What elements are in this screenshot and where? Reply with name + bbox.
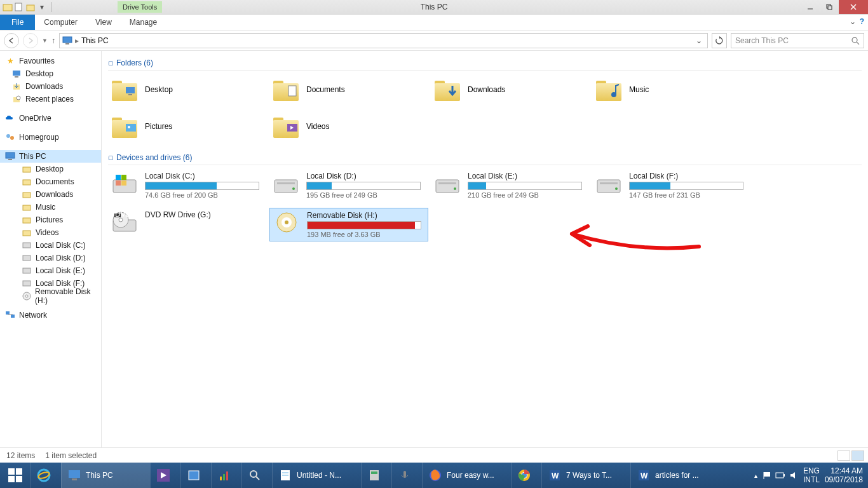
- drive-icon: [595, 172, 623, 194]
- drive-item[interactable]: Removable Disk (H:)193 MB free of 3.63 G…: [269, 208, 428, 241]
- maximize-button[interactable]: [820, 0, 839, 14]
- folder-item[interactable]: Videos: [269, 111, 428, 142]
- task-icon: [428, 468, 443, 483]
- lang-2[interactable]: INTL: [803, 475, 820, 484]
- ribbon-expand-icon[interactable]: ⌄: [850, 17, 856, 26]
- sidebar-item[interactable]: Videos: [0, 226, 101, 239]
- folder-icon: [595, 77, 623, 102]
- breadcrumb-dropdown-icon[interactable]: ⌄: [693, 36, 705, 45]
- svg-rect-27: [23, 243, 31, 248]
- sidebar-item-recent[interactable]: Recent places: [0, 93, 101, 105]
- taskbar-item[interactable]: [150, 463, 180, 488]
- properties-icon[interactable]: [14, 2, 24, 12]
- item-icon: [22, 177, 32, 187]
- svg-rect-13: [15, 76, 18, 78]
- svg-rect-96: [371, 471, 377, 474]
- view-details-button[interactable]: [837, 451, 850, 461]
- taskbar-item[interactable]: [511, 463, 541, 488]
- sidebar-item[interactable]: Documents: [0, 175, 101, 188]
- sidebar-item[interactable]: Local Disk (C:): [0, 239, 101, 252]
- forward-button[interactable]: [23, 33, 38, 48]
- drive-item[interactable]: Local Disk (F:)147 GB free of 231 GB: [592, 169, 751, 201]
- ribbon-tab-file[interactable]: File: [0, 15, 35, 30]
- new-folder-icon[interactable]: [25, 2, 36, 12]
- svg-rect-109: [783, 474, 785, 477]
- taskbar-item[interactable]: Warticles for ...: [630, 463, 719, 488]
- svg-rect-25: [23, 218, 31, 223]
- lang-1[interactable]: ENG: [803, 466, 820, 475]
- folder-item[interactable]: Music: [592, 74, 751, 105]
- sidebar-item[interactable]: Local Disk (D:): [0, 252, 101, 264]
- svg-rect-108: [776, 473, 783, 478]
- taskbar-item[interactable]: This PC: [61, 463, 150, 488]
- minimize-button[interactable]: [801, 0, 820, 14]
- search-box[interactable]: [731, 33, 864, 48]
- svg-rect-29: [23, 268, 31, 273]
- svg-rect-87: [220, 477, 222, 480]
- taskbar-ie[interactable]: [31, 463, 61, 488]
- section-drives[interactable]: ▢ Devices and drives (6): [108, 151, 862, 165]
- section-folders[interactable]: ▢ Folders (6): [108, 56, 862, 71]
- folder-item[interactable]: Downloads: [431, 74, 590, 105]
- sidebar-this-pc[interactable]: This PC: [0, 150, 101, 163]
- sidebar-item[interactable]: Pictures: [0, 214, 101, 226]
- folder-item[interactable]: Documents: [269, 74, 428, 105]
- sidebar-item[interactable]: Downloads: [0, 188, 101, 201]
- svg-rect-9: [65, 43, 69, 44]
- systray-up-icon[interactable]: ▴: [754, 472, 757, 479]
- sidebar-item[interactable]: Local Disk (E:): [0, 264, 101, 277]
- sidebar-item-desktop[interactable]: Desktop: [0, 67, 101, 80]
- taskbar-item[interactable]: W7 Ways to T...: [541, 463, 630, 488]
- drive-icon: [433, 172, 461, 194]
- volume-icon[interactable]: [789, 471, 798, 480]
- sidebar-homegroup[interactable]: Homegroup: [0, 131, 101, 144]
- refresh-button[interactable]: [712, 33, 727, 48]
- breadcrumb[interactable]: ▸ This PC ⌄: [59, 33, 708, 48]
- drive-item[interactable]: Local Disk (D:)195 GB free of 249 GB: [269, 169, 428, 201]
- folder-icon: [111, 77, 139, 102]
- taskbar-item[interactable]: [391, 463, 422, 488]
- taskbar-item[interactable]: [361, 463, 391, 488]
- sidebar-network[interactable]: Network: [0, 309, 101, 322]
- sidebar-item-downloads[interactable]: Downloads: [0, 80, 101, 93]
- folder-icon: [272, 114, 300, 139]
- view-tiles-button[interactable]: [851, 451, 864, 461]
- ribbon-tab-computer[interactable]: Computer: [35, 15, 86, 30]
- folder-item[interactable]: Pictures: [108, 111, 267, 142]
- clock[interactable]: 12:44 AM 09/07/2018: [825, 466, 863, 485]
- svg-rect-26: [23, 231, 31, 236]
- drive-item[interactable]: Local Disk (E:)210 GB free of 249 GB: [431, 169, 590, 201]
- taskbar-item[interactable]: [211, 463, 241, 488]
- flag-icon[interactable]: [763, 471, 771, 480]
- ie-icon: [36, 468, 51, 483]
- sidebar-onedrive[interactable]: OneDrive: [0, 112, 101, 125]
- sidebar-item[interactable]: Removable Disk (H:): [0, 290, 101, 302]
- svg-rect-50: [126, 124, 136, 132]
- taskbar-item[interactable]: Untitled - N...: [272, 463, 361, 488]
- up-button[interactable]: ↑: [51, 36, 55, 45]
- sidebar-favourites[interactable]: ★ Favourites: [0, 55, 101, 67]
- drive-tools-tab[interactable]: Drive Tools: [118, 1, 162, 13]
- taskbar-item[interactable]: [241, 463, 272, 488]
- drive-item[interactable]: Local Disk (C:)74.6 GB free of 200 GB: [108, 169, 267, 201]
- battery-icon[interactable]: [775, 472, 785, 478]
- sidebar-item[interactable]: Music: [0, 201, 101, 214]
- help-icon[interactable]: ?: [860, 17, 864, 26]
- sidebar-item[interactable]: Desktop: [0, 163, 101, 175]
- taskbar-item[interactable]: [180, 463, 211, 488]
- svg-line-91: [256, 477, 259, 480]
- recent-dropdown-icon[interactable]: ▼: [42, 37, 48, 44]
- taskbar-item[interactable]: Four easy w...: [422, 463, 511, 488]
- back-button[interactable]: [4, 33, 19, 48]
- search-icon[interactable]: [851, 36, 860, 45]
- search-input[interactable]: [735, 36, 851, 45]
- ribbon-tab-manage[interactable]: Manage: [121, 15, 166, 30]
- dropdown-icon[interactable]: ▾: [37, 2, 47, 12]
- drive-item[interactable]: DVDDVD RW Drive (G:): [108, 208, 267, 241]
- folder-item[interactable]: Desktop: [108, 74, 267, 105]
- item-icon: [22, 253, 32, 263]
- start-button[interactable]: [0, 463, 31, 488]
- close-button[interactable]: [839, 0, 868, 14]
- ribbon-tab-view[interactable]: View: [86, 15, 121, 30]
- svg-text:DVD: DVD: [115, 211, 132, 219]
